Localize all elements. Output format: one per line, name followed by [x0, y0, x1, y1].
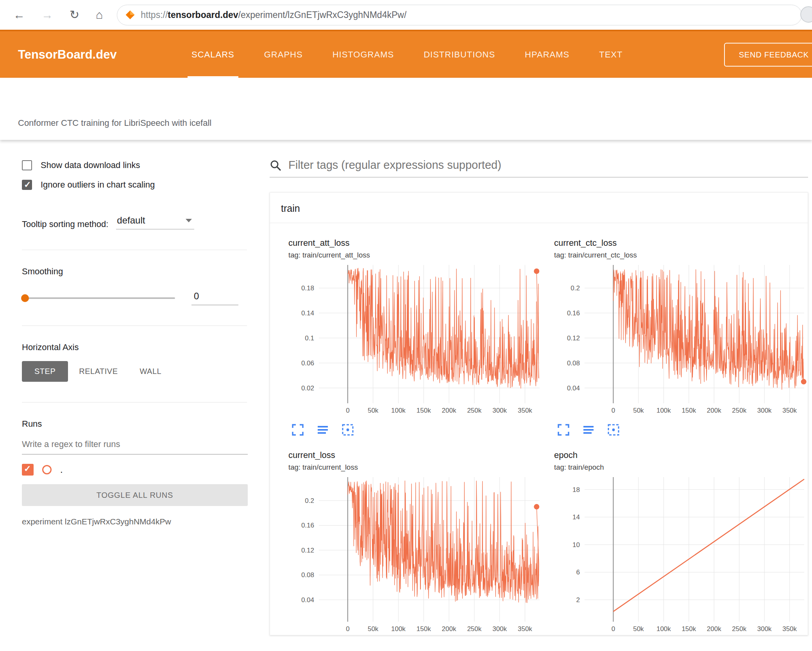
toggle-all-runs-button[interactable]: TOGGLE ALL RUNS: [22, 484, 248, 506]
svg-text:0.1: 0.1: [305, 334, 314, 342]
filter-tags-row: [270, 159, 808, 177]
ignore-outliers-checkbox[interactable]: [22, 180, 32, 190]
svg-text:250k: 250k: [467, 407, 481, 414]
ignore-outliers-label: Ignore outliers in chart scaling: [41, 180, 155, 190]
svg-text:0.06: 0.06: [301, 359, 314, 367]
show-download-label: Show data download links: [41, 160, 140, 170]
axis-step-button[interactable]: STEP: [22, 361, 68, 382]
nav-tabs: SCALARS GRAPHS HISTOGRAMS DISTRIBUTIONS …: [177, 31, 637, 78]
tab-graphs[interactable]: GRAPHS: [249, 31, 318, 78]
smoothing-value-input[interactable]: [191, 291, 238, 305]
tab-scalars[interactable]: SCALARS: [177, 31, 249, 78]
svg-text:10: 10: [572, 541, 580, 549]
svg-text:50k: 50k: [368, 625, 379, 633]
chart-cell-epoch: epoch tag: train/epoch 26101418050k100k1…: [553, 450, 808, 635]
fit-domain-icon[interactable]: [606, 423, 621, 437]
settings-sidebar: Show data download links Ignore outliers…: [0, 140, 258, 651]
epoch-chart[interactable]: 26101418050k100k150k200k250k300k350k: [553, 477, 810, 635]
svg-text:250k: 250k: [732, 625, 746, 633]
svg-text:0.04: 0.04: [301, 596, 314, 604]
svg-text:250k: 250k: [732, 407, 746, 414]
tab-hparams[interactable]: HPARAMS: [510, 31, 584, 78]
svg-text:300k: 300k: [492, 625, 507, 633]
svg-text:0: 0: [346, 407, 349, 414]
svg-text:0.2: 0.2: [571, 284, 580, 292]
chart-title: epoch: [554, 450, 808, 460]
chart-cell-current-loss: current_loss tag: train/current_loss 0.0…: [288, 450, 553, 635]
chart-tag: tag: train/epoch: [554, 463, 808, 472]
run-checkbox[interactable]: [22, 464, 34, 476]
show-download-checkbox[interactable]: [22, 160, 32, 170]
runs-label: Runs: [22, 419, 258, 429]
svg-text:350k: 350k: [518, 625, 532, 633]
chart-cell-current-ctc-loss: current_ctc_loss tag: train/current_ctc_…: [553, 238, 808, 437]
svg-text:100k: 100k: [391, 625, 406, 633]
svg-text:300k: 300k: [492, 407, 507, 414]
fit-domain-icon[interactable]: [341, 423, 355, 437]
experiment-description: Conformer CTC training for LibriSpeech w…: [18, 118, 211, 128]
svg-text:0.08: 0.08: [567, 359, 580, 367]
svg-text:0.12: 0.12: [567, 334, 580, 342]
axis-relative-button[interactable]: RELATIVE: [68, 361, 129, 382]
chart-cell-current-att-loss: current_att_loss tag: train/current_att_…: [288, 238, 553, 437]
svg-text:200k: 200k: [707, 625, 721, 633]
svg-text:0.16: 0.16: [567, 309, 580, 317]
tab-text[interactable]: TEXT: [584, 31, 637, 78]
back-icon[interactable]: ←: [13, 9, 25, 21]
svg-text:0: 0: [612, 625, 615, 633]
runs-list-icon[interactable]: [316, 423, 330, 437]
axis-wall-button[interactable]: WALL: [129, 361, 172, 382]
train-section-header[interactable]: train: [270, 193, 808, 223]
expand-chart-icon[interactable]: [556, 423, 571, 437]
expand-chart-icon[interactable]: [291, 423, 305, 437]
smoothing-slider-knob[interactable]: [21, 294, 29, 302]
horizontal-axis-label: Horizontal Axis: [22, 342, 258, 352]
svg-text:300k: 300k: [757, 407, 772, 414]
svg-text:150k: 150k: [417, 625, 431, 633]
current-ctc-loss-chart[interactable]: 0.040.080.120.160.2050k100k150k200k250k3…: [553, 265, 810, 417]
tab-distributions[interactable]: DISTRIBUTIONS: [409, 31, 510, 78]
svg-text:0: 0: [346, 625, 349, 633]
home-icon[interactable]: ⌂: [96, 9, 103, 21]
tab-histograms[interactable]: HISTOGRAMS: [318, 31, 409, 78]
svg-text:100k: 100k: [391, 407, 406, 414]
reload-icon[interactable]: ↻: [70, 9, 79, 21]
train-card: train current_att_loss tag: train/curren…: [270, 192, 808, 635]
url-text: https://tensorboard.dev/experiment/lzGnE…: [141, 10, 406, 20]
svg-text:200k: 200k: [442, 625, 456, 633]
browser-avatar[interactable]: [800, 6, 812, 23]
svg-text:150k: 150k: [681, 625, 696, 633]
smoothing-slider[interactable]: [22, 297, 175, 299]
experiment-id: experiment lzGnETjwRxC3yghNMd4kPw: [22, 517, 258, 526]
app-header: TensorBoard.dev SCALARS GRAPHS HISTOGRAM…: [0, 30, 812, 78]
runs-filter-input[interactable]: [22, 436, 248, 454]
svg-text:0.04: 0.04: [567, 385, 580, 392]
chart-title: current_att_loss: [288, 238, 553, 248]
address-bar[interactable]: https://tensorboard.dev/experiment/lzGnE…: [117, 5, 802, 25]
sidebar-divider: [22, 250, 247, 250]
svg-text:100k: 100k: [656, 625, 671, 633]
current-att-loss-chart[interactable]: 0.020.060.10.140.18050k100k150k200k250k3…: [288, 265, 545, 417]
svg-text:0.14: 0.14: [301, 309, 314, 317]
svg-text:0.16: 0.16: [301, 522, 314, 529]
svg-text:150k: 150k: [681, 407, 696, 414]
svg-text:350k: 350k: [782, 407, 797, 414]
svg-text:250k: 250k: [467, 625, 481, 633]
svg-text:200k: 200k: [707, 407, 721, 414]
svg-text:300k: 300k: [757, 625, 772, 633]
search-icon: [270, 159, 281, 171]
svg-text:350k: 350k: [782, 625, 797, 633]
tooltip-sorting-select[interactable]: default: [116, 215, 194, 229]
dropdown-arrow-icon: [186, 219, 192, 222]
current-loss-chart[interactable]: 0.040.080.120.160.2050k100k150k200k250k3…: [288, 477, 545, 635]
svg-text:18: 18: [572, 486, 580, 494]
svg-text:14: 14: [572, 513, 580, 521]
tooltip-sorting-value: default: [117, 215, 145, 226]
forward-icon[interactable]: →: [41, 9, 53, 21]
runs-list-icon[interactable]: [581, 423, 596, 437]
chart-tag: tag: train/current_att_loss: [288, 251, 553, 259]
filter-tags-input[interactable]: [288, 159, 808, 172]
chart-tag: tag: train/current_ctc_loss: [554, 251, 808, 259]
run-color-icon: [42, 465, 52, 474]
send-feedback-button[interactable]: SEND FEEDBACK: [724, 43, 812, 66]
